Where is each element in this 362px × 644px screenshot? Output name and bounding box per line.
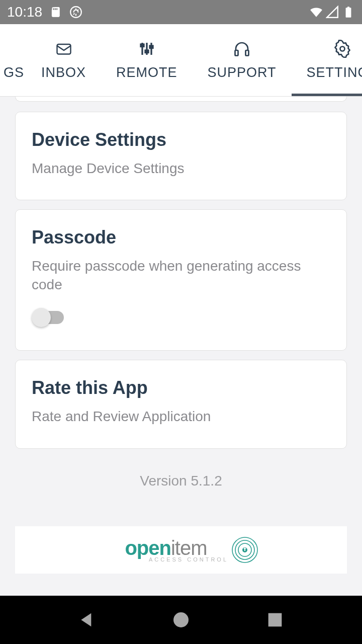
svg-point-21 [173,612,189,627]
tab-support[interactable]: SUPPORT [193,24,292,96]
signal-icon [326,6,339,19]
svg-rect-12 [145,50,148,53]
wifi-icon [310,6,323,19]
svg-rect-6 [347,7,349,8]
tab-settings[interactable]: SETTINGS [292,24,362,96]
svg-point-16 [340,47,345,51]
card-passcode: Passcode Require passcode when generatin… [15,209,347,351]
svg-rect-14 [235,50,238,56]
brand-sub-text: ACCESS CONTROL [149,556,228,562]
card-subtitle: Rate and Review Application [32,408,330,426]
svg-rect-13 [150,46,153,48]
brand-open-text: open [125,537,171,559]
tab-bar: GS INBOX REMOTE SUPPORT SETTINGS [0,24,362,97]
tab-inbox[interactable]: INBOX [26,24,101,96]
tab-label: SUPPORT [208,65,277,80]
nav-recent-button[interactable] [265,610,285,630]
svg-rect-7 [57,44,70,54]
svg-rect-1 [53,8,54,10]
card-subtitle: Require passcode when generating access … [32,257,330,294]
passcode-toggle[interactable] [32,308,66,328]
tab-partial[interactable]: GS [0,24,26,96]
status-bar: 10:18 [0,0,362,24]
svg-rect-22 [268,613,282,627]
mail-icon [55,40,73,58]
battery-icon [342,6,355,19]
card-title: Device Settings [32,129,330,150]
gear-icon [333,40,351,58]
tab-label: REMOTE [116,65,177,80]
svg-rect-15 [246,50,249,56]
brand-logo-area: openitem ACCESS CONTROL [15,526,347,574]
status-left: 10:18 [7,4,82,20]
status-right [310,6,355,19]
sliders-icon [138,40,156,58]
tab-label-partial: GS [4,65,24,80]
sync-icon [69,6,82,19]
card-title: Passcode [32,227,330,248]
headphones-icon [233,40,251,58]
svg-rect-5 [346,8,351,18]
tab-label: INBOX [41,65,86,80]
svg-rect-11 [141,44,144,47]
card-device-settings[interactable]: Device Settings Manage Device Settings [15,112,347,200]
svg-rect-3 [56,8,57,10]
card-rate-app[interactable]: Rate this App Rate and Review Applicatio… [15,360,347,448]
card-subtitle: Manage Device Settings [32,159,330,178]
settings-content[interactable]: Device Settings Manage Device Settings P… [0,97,362,596]
tab-remote[interactable]: REMOTE [101,24,193,96]
toggle-thumb [32,308,51,327]
card-edge-previous [15,97,347,102]
tab-label: SETTINGS [307,65,362,80]
nav-home-button[interactable] [171,610,191,630]
sd-card-icon [49,6,62,19]
brand-item-text: item [171,537,207,559]
card-title: Rate this App [32,377,330,398]
brand-swirl-icon [231,536,258,564]
version-label: Version 5.1.2 [15,473,347,489]
svg-rect-2 [55,8,56,10]
android-nav-bar [0,596,362,644]
status-time: 10:18 [7,4,42,20]
brand-logo: openitem ACCESS CONTROL [104,536,258,564]
nav-back-button[interactable] [77,610,97,630]
